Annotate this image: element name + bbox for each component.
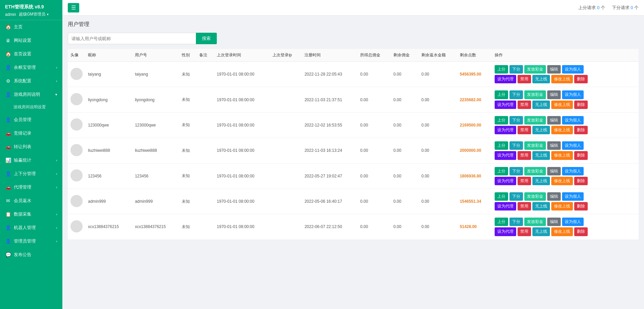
sidebar-item-transfer-list[interactable]: 🚗 转让列表: [0, 140, 62, 153]
btn-edit[interactable]: 编辑: [547, 141, 561, 150]
btn-set-fake[interactable]: 设为假人: [562, 65, 584, 74]
btn-up-score[interactable]: 上分: [495, 90, 508, 99]
sidebar-item-game-room-desc-settings[interactable]: 游戏房间说明设置: [0, 101, 62, 113]
btn-modify-online[interactable]: 修改上线: [551, 126, 573, 134]
sidebar-item-robot-mgmt[interactable]: 👤 机器人管理 ‹: [0, 221, 62, 234]
btn-give-lottery[interactable]: 发放彩金: [524, 90, 546, 99]
btn-edit[interactable]: 编辑: [547, 65, 561, 74]
cell-remaining-commission: 0.00: [391, 189, 419, 214]
btn-modify-online[interactable]: 修改上线: [551, 227, 573, 236]
btn-delete[interactable]: 删除: [574, 227, 588, 236]
sidebar-item-publish-notice[interactable]: 💬 发布公告: [0, 248, 62, 261]
btn-down-score[interactable]: 下分: [509, 192, 523, 201]
sidebar-item-home[interactable]: 🏠 主页: [0, 20, 62, 34]
sidebar-item-system-config[interactable]: ⚙ 系统配置 ‹: [0, 74, 62, 88]
btn-offline[interactable]: 无上线: [532, 227, 550, 236]
menu-toggle-button[interactable]: ☰: [68, 3, 79, 12]
sidebar-item-website-settings[interactable]: 🖥 网站设置: [0, 34, 62, 47]
btn-ban[interactable]: 禁用: [518, 177, 531, 185]
btn-edit[interactable]: 编辑: [547, 90, 561, 99]
btn-edit[interactable]: 编辑: [547, 218, 561, 226]
btn-ban[interactable]: 禁用: [518, 75, 531, 83]
btn-set-agent[interactable]: 设为代理: [495, 227, 516, 236]
btn-modify-online[interactable]: 修改上线: [551, 202, 573, 210]
cell-remaining-rebate: 0.00: [419, 189, 457, 214]
btn-set-agent[interactable]: 设为代理: [495, 177, 516, 185]
cell-points: 2000000.00: [457, 138, 492, 163]
btn-delete[interactable]: 删除: [574, 177, 588, 185]
btn-ban[interactable]: 禁用: [518, 126, 531, 134]
sidebar-item-updown-mgmt[interactable]: 👤 上下分管理 ‹: [0, 167, 62, 180]
btn-up-score[interactable]: 上分: [495, 65, 508, 74]
btn-down-score[interactable]: 下分: [509, 116, 523, 124]
btn-down-score[interactable]: 下分: [509, 90, 523, 99]
btn-set-fake[interactable]: 设为假人: [562, 90, 584, 99]
sidebar-item-stats[interactable]: 📊 输赢统计 ‹: [0, 153, 62, 167]
btn-ban[interactable]: 禁用: [518, 151, 531, 160]
cell-actions: 上分 下分 发放彩金 编辑 设为假人 设为代理 禁用 无上线 修改上线 删除: [492, 62, 639, 87]
btn-down-score[interactable]: 下分: [509, 167, 523, 175]
search-button[interactable]: 搜索: [196, 33, 217, 44]
btn-edit[interactable]: 编辑: [547, 167, 561, 175]
btn-set-fake[interactable]: 设为假人: [562, 167, 584, 175]
btn-offline[interactable]: 无上线: [532, 151, 550, 160]
btn-down-score[interactable]: 下分: [509, 218, 523, 226]
sidebar-item-data-collect[interactable]: 📋 数据采集 ‹: [0, 207, 62, 221]
robot-icon: 👤: [5, 225, 11, 230]
btn-down-score[interactable]: 下分: [509, 141, 523, 150]
sidebar-item-game-room-desc[interactable]: 👤 游戏房间说明 ▾: [0, 88, 62, 101]
btn-delete[interactable]: 删除: [574, 75, 588, 83]
btn-give-lottery[interactable]: 发放彩金: [524, 65, 546, 74]
col-avatar: 头像: [68, 49, 85, 62]
btn-up-score[interactable]: 上分: [495, 192, 508, 201]
btn-up-score[interactable]: 上分: [495, 218, 508, 226]
btn-give-lottery[interactable]: 发放彩金: [524, 141, 546, 150]
btn-delete[interactable]: 删除: [574, 151, 588, 160]
btn-up-score[interactable]: 上分: [495, 141, 508, 150]
btn-set-agent[interactable]: 设为代理: [495, 101, 516, 109]
btn-offline[interactable]: 无上线: [532, 202, 550, 210]
btn-delete[interactable]: 删除: [574, 126, 588, 134]
btn-set-agent[interactable]: 设为代理: [495, 202, 516, 210]
btn-offline[interactable]: 无上线: [532, 75, 550, 83]
btn-offline[interactable]: 无上线: [532, 126, 550, 134]
btn-modify-online[interactable]: 修改上线: [551, 101, 573, 109]
btn-give-lottery[interactable]: 发放彩金: [524, 218, 546, 226]
sidebar-item-admin-mgmt[interactable]: 👤 管理员管理 ‹: [0, 234, 62, 248]
sidebar-item-bet-records[interactable]: 🚗 竞猜记录: [0, 127, 62, 140]
btn-modify-online[interactable]: 修改上线: [551, 75, 573, 83]
btn-ban[interactable]: 禁用: [518, 101, 531, 109]
btn-delete[interactable]: 删除: [574, 101, 588, 109]
btn-give-lottery[interactable]: 发放彩金: [524, 167, 546, 175]
sidebar-item-yulingbao[interactable]: 👤 余粮宝管理 ‹: [0, 61, 62, 74]
btn-down-score[interactable]: 下分: [509, 65, 523, 74]
btn-set-fake[interactable]: 设为假人: [562, 116, 584, 124]
btn-set-fake[interactable]: 设为假人: [562, 141, 584, 150]
requests-down-count[interactable]: 0: [631, 5, 633, 10]
sidebar-item-agent-mgmt[interactable]: 🚗 代理管理 ‹: [0, 180, 62, 194]
btn-up-score[interactable]: 上分: [495, 167, 508, 175]
btn-ban[interactable]: 禁用: [518, 202, 531, 210]
cell-points: 51428.00: [457, 214, 492, 240]
btn-offline[interactable]: 无上线: [532, 177, 550, 185]
btn-modify-online[interactable]: 修改上线: [551, 177, 573, 185]
btn-edit[interactable]: 编辑: [547, 116, 561, 124]
btn-up-score[interactable]: 上分: [495, 116, 508, 124]
btn-set-agent[interactable]: 设为代理: [495, 151, 516, 160]
btn-offline[interactable]: 无上线: [532, 101, 550, 109]
btn-give-lottery[interactable]: 发放彩金: [524, 192, 546, 201]
btn-modify-online[interactable]: 修改上线: [551, 151, 573, 160]
requests-up-count[interactable]: 0: [597, 5, 599, 10]
btn-set-agent[interactable]: 设为代理: [495, 75, 516, 83]
btn-give-lottery[interactable]: 发放彩金: [524, 116, 546, 124]
btn-ban[interactable]: 禁用: [518, 227, 531, 236]
btn-set-fake[interactable]: 设为假人: [562, 218, 584, 226]
btn-edit[interactable]: 编辑: [547, 192, 561, 201]
search-input[interactable]: [68, 33, 196, 44]
btn-delete[interactable]: 删除: [574, 202, 588, 210]
sidebar-item-home-settings[interactable]: 🏠 首页设置: [0, 47, 62, 61]
sidebar-item-member-management[interactable]: 👤 会员管理: [0, 113, 62, 127]
btn-set-fake[interactable]: 设为假人: [562, 192, 584, 201]
btn-set-agent[interactable]: 设为代理: [495, 126, 516, 134]
sidebar-item-member-rebate[interactable]: ✉ 会员返水: [0, 194, 62, 207]
